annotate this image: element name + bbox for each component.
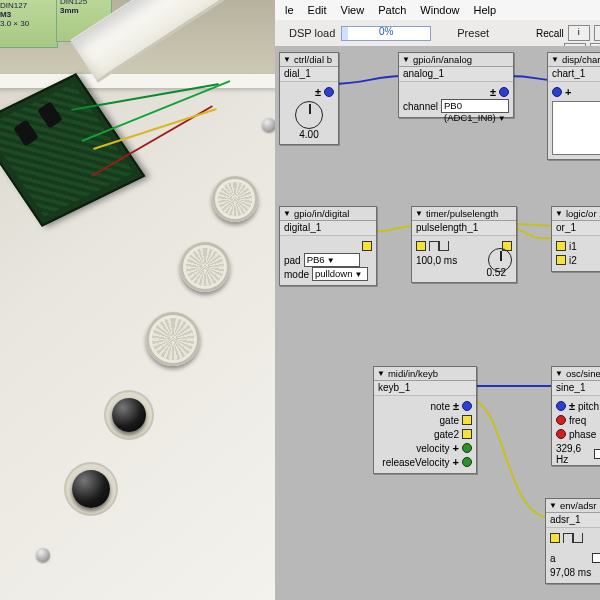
channel-dropdown[interactable]: PB0 (ADC1_IN8) [441, 99, 509, 113]
node-osc-sine[interactable]: ▼osc/sine sine_1 ±pitch freq phase 329,6… [551, 366, 600, 466]
out-port[interactable] [499, 87, 509, 97]
note-label: note [430, 401, 449, 412]
pitch-port[interactable] [556, 401, 566, 411]
node-instance: digital_1 [280, 221, 376, 236]
phase-port[interactable] [556, 429, 566, 439]
node-instance: adsr_1 [546, 513, 600, 528]
patcher-app: le Edit View Patch Window Help DSP load … [275, 0, 600, 600]
attack-value: 97,08 ms [550, 567, 591, 578]
mode-label: mode [284, 269, 309, 280]
hardware-photo: DIN127 M3 3.0 × 30 DIN125 3mm [0, 0, 275, 600]
node-instance: chart_1 [548, 67, 600, 82]
node-pulselength[interactable]: ▼timer/pulselength pulselength_1 100,0 m… [411, 206, 517, 283]
collapse-icon[interactable]: ▼ [283, 55, 291, 64]
node-analog-in[interactable]: ▼gpio/in/analog analog_1 ± channelPB0 (A… [398, 52, 514, 118]
node-instance: sine_1 [552, 381, 600, 396]
menu-patch[interactable]: Patch [372, 2, 412, 18]
pitch-label: pitch [578, 401, 599, 412]
patch-canvas[interactable]: ▼ctrl/dial b dial_1 ± 4.00 ▼gpio/in/anal… [275, 46, 600, 600]
gate2-port[interactable] [462, 429, 472, 439]
node-env-adsr[interactable]: ▼env/adsr adsr_1 a 97,08 ms [545, 498, 600, 584]
polarity-icon: ± [315, 86, 321, 98]
velocity-port[interactable] [462, 443, 472, 453]
push-button [112, 398, 146, 432]
rotary-knob [212, 176, 258, 222]
pulse-icon [429, 241, 449, 251]
recall-i-button[interactable]: i [568, 25, 590, 41]
mode-dropdown[interactable]: pulldown [312, 267, 368, 281]
chart-display [552, 101, 600, 155]
node-chart[interactable]: ▼disp/chart p chart_1 + [547, 52, 600, 160]
collapse-icon[interactable]: ▼ [549, 501, 557, 510]
pulse-icon [563, 533, 583, 543]
attack-label: a [550, 553, 556, 564]
in-port[interactable] [552, 87, 562, 97]
attack-port[interactable] [592, 553, 600, 563]
freq-label: freq [569, 415, 586, 426]
node-instance: or_1 [552, 221, 600, 236]
dial-control[interactable] [295, 101, 323, 129]
menu-window[interactable]: Window [414, 2, 465, 18]
freq-value: 329,6 Hz [556, 443, 588, 465]
phase-label: phase [569, 429, 596, 440]
i1-label: i1 [569, 241, 577, 252]
node-type: osc/sine [566, 368, 600, 379]
gate-port[interactable] [462, 415, 472, 425]
gate-label: gate [440, 415, 459, 426]
dial-value: 4.00 [284, 129, 334, 140]
node-type: env/adsr [560, 500, 596, 511]
gate-port[interactable] [550, 533, 560, 543]
dial-control[interactable] [488, 248, 512, 272]
collapse-icon[interactable]: ▼ [415, 209, 423, 218]
note-port[interactable] [462, 401, 472, 411]
node-dial[interactable]: ▼ctrl/dial b dial_1 ± 4.00 [279, 52, 339, 145]
node-type: gpio/in/analog [413, 54, 472, 65]
menubar: le Edit View Patch Window Help [275, 0, 600, 21]
velocity-label: velocity [416, 443, 449, 454]
in-port[interactable] [416, 241, 426, 251]
collapse-icon[interactable]: ▼ [555, 209, 563, 218]
node-digital-in[interactable]: ▼gpio/in/digital digital_1 padPB6 modepu… [279, 206, 377, 286]
node-logic-or[interactable]: ▼logic/or 2 or_1 i1 i2 [551, 206, 600, 272]
recall-1-button[interactable]: 1 [594, 25, 600, 41]
length-value: 100,0 ms [416, 255, 457, 266]
preset-label: Preset [457, 27, 489, 39]
release-velocity-port[interactable] [462, 457, 472, 467]
dsp-load-label: DSP load [289, 27, 335, 39]
out-port[interactable] [362, 241, 372, 251]
node-midi-keyb[interactable]: ▼midi/in/keyb keyb_1 note± gate gate2 ve… [373, 366, 477, 474]
node-type: timer/pulselength [426, 208, 498, 219]
collapse-icon[interactable]: ▼ [283, 209, 291, 218]
recall-label: Recall [536, 28, 564, 39]
release-velocity-label: releaseVelocity [382, 457, 449, 468]
menu-file[interactable]: le [279, 2, 300, 18]
gate2-label: gate2 [434, 429, 459, 440]
pad-dropdown[interactable]: PB6 [304, 253, 360, 267]
dsp-load-meter: 0% [341, 26, 431, 41]
polarity-icon: ± [490, 86, 496, 98]
out-port[interactable] [594, 449, 600, 459]
out-port[interactable] [324, 87, 334, 97]
parts-box-1: DIN127 M3 3.0 × 30 [0, 0, 58, 48]
menu-help[interactable]: Help [467, 2, 502, 18]
node-instance: keyb_1 [374, 381, 476, 396]
menu-view[interactable]: View [335, 2, 371, 18]
in-port-i2[interactable] [556, 255, 566, 265]
collapse-icon[interactable]: ▼ [402, 55, 410, 64]
node-instance: analog_1 [399, 67, 513, 82]
rotary-knob [146, 312, 200, 366]
node-type: midi/in/keyb [388, 368, 438, 379]
push-button [72, 470, 110, 508]
channel-label: channel [403, 101, 438, 112]
circuit-board [0, 73, 145, 226]
freq-port[interactable] [556, 415, 566, 425]
collapse-icon[interactable]: ▼ [555, 369, 563, 378]
collapse-icon[interactable]: ▼ [551, 55, 559, 64]
node-type: ctrl/dial b [294, 54, 332, 65]
node-instance: pulselength_1 [412, 221, 516, 236]
node-type: disp/chart p [562, 54, 600, 65]
rotary-knob [180, 242, 230, 292]
collapse-icon[interactable]: ▼ [377, 369, 385, 378]
in-port-i1[interactable] [556, 241, 566, 251]
menu-edit[interactable]: Edit [302, 2, 333, 18]
